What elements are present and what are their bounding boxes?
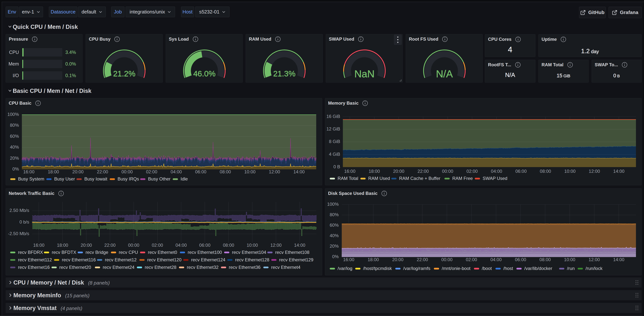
svg-text:08:00: 08:00 (539, 257, 550, 262)
svg-text:/var/log/ramfs: /var/log/ramfs (403, 266, 430, 271)
svg-text:08:00: 08:00 (540, 169, 551, 174)
svg-text:60%: 60% (330, 222, 338, 228)
svg-text:N/A: N/A (436, 68, 453, 79)
svg-text:10:00: 10:00 (564, 169, 576, 174)
svg-text:recv Ethernet116: recv Ethernet116 (62, 257, 96, 262)
svg-text:06:00: 06:00 (515, 169, 526, 174)
svg-text:RAM Used: RAM Used (368, 176, 390, 181)
svg-text:RAM Free: RAM Free (452, 176, 473, 181)
svg-text:-2.50 Mb/s: -2.50 Mb/s (8, 231, 29, 236)
svg-text:recv Ethernet104: recv Ethernet104 (232, 250, 266, 254)
svg-text:20:00: 20:00 (72, 169, 84, 174)
svg-text:Idle: Idle (180, 176, 188, 182)
svg-text:02:00: 02:00 (152, 242, 163, 248)
svg-text:16:00: 16:00 (343, 257, 354, 262)
svg-text:14:00: 14:00 (613, 169, 624, 174)
svg-text:08:00: 08:00 (223, 242, 234, 248)
svg-text:12:00: 12:00 (269, 169, 280, 174)
svg-text:06:00: 06:00 (515, 257, 526, 262)
svg-text:16 GiB: 16 GiB (326, 114, 340, 119)
svg-text:recv Ethernet100: recv Ethernet100 (188, 250, 222, 254)
svg-text:40%: 40% (330, 233, 338, 238)
svg-text:0%: 0% (12, 166, 19, 172)
svg-text:2.50 Mb/s: 2.50 Mb/s (9, 208, 29, 213)
svg-text:16:00: 16:00 (344, 169, 355, 174)
svg-text:46.0%: 46.0% (193, 69, 216, 78)
svg-text:/var/log: /var/log (338, 266, 352, 271)
svg-text:recv Ethernet108: recv Ethernet108 (275, 250, 310, 254)
svg-text:22:00: 22:00 (418, 169, 429, 174)
svg-text:recv Ethernet120: recv Ethernet120 (147, 257, 182, 262)
svg-text:RAM Total: RAM Total (338, 176, 358, 181)
svg-text:04:00: 04:00 (170, 169, 182, 174)
svg-text:0 B: 0 B (333, 164, 340, 169)
svg-text:/boot: /boot (482, 266, 492, 271)
svg-text:recv Ethernet20: recv Ethernet20 (59, 264, 91, 270)
svg-text:02:00: 02:00 (466, 257, 477, 262)
svg-text:recv Ethernet16: recv Ethernet16 (18, 264, 50, 270)
svg-text:recv Ethernet124: recv Ethernet124 (191, 257, 225, 262)
svg-text:10:00: 10:00 (246, 242, 258, 248)
svg-text:recv Bridge: recv Bridge (85, 250, 108, 254)
svg-text:22:00: 22:00 (97, 169, 108, 174)
svg-text:recv Ethernet24: recv Ethernet24 (102, 264, 134, 270)
svg-text:recv BFDRX: recv BFDRX (18, 250, 43, 254)
svg-text:SWAP Used: SWAP Used (483, 176, 507, 181)
svg-text:20%: 20% (330, 244, 338, 248)
svg-text:18:00: 18:00 (57, 242, 68, 248)
svg-text:/var/lib/docker: /var/lib/docker (524, 266, 552, 271)
svg-text:12:00: 12:00 (588, 257, 600, 262)
svg-text:recv Ethernet32: recv Ethernet32 (187, 264, 218, 270)
svg-text:16:00: 16:00 (33, 242, 44, 248)
svg-text:/mnt/onie-boot: /mnt/onie-boot (442, 266, 470, 271)
svg-text:20%: 20% (10, 156, 19, 160)
svg-text:recv Ethernet4: recv Ethernet4 (271, 264, 300, 270)
svg-text:12 GiB: 12 GiB (326, 126, 340, 132)
svg-text:12:00: 12:00 (270, 242, 282, 248)
svg-text:recv Ethernet128: recv Ethernet128 (235, 257, 269, 262)
svg-text:00:00: 00:00 (442, 169, 453, 174)
svg-text:04:00: 04:00 (490, 257, 502, 262)
svg-text:/host/tpcmdisk: /host/tpcmdisk (363, 266, 392, 271)
svg-text:/host: /host (503, 266, 513, 271)
svg-text:06:00: 06:00 (199, 242, 210, 248)
svg-text:recv Ethernet0: recv Ethernet0 (148, 250, 177, 254)
svg-text:04:00: 04:00 (491, 169, 502, 174)
svg-text:20:00: 20:00 (80, 242, 92, 248)
svg-text:80%: 80% (10, 122, 19, 128)
svg-text:recv Ethernet112: recv Ethernet112 (18, 257, 52, 262)
svg-text:04:00: 04:00 (176, 242, 187, 248)
svg-text:10:00: 10:00 (244, 169, 255, 174)
svg-text:Busy IRQs: Busy IRQs (118, 176, 139, 182)
svg-text:RAM Cache + Buffer: RAM Cache + Buffer (399, 176, 440, 181)
svg-text:NaN: NaN (354, 68, 374, 79)
svg-text:recv Ethernet129: recv Ethernet129 (279, 257, 314, 262)
svg-text:/run/lock: /run/lock (586, 266, 603, 271)
svg-text:08:00: 08:00 (220, 169, 231, 174)
svg-text:Busy Other: Busy Other (148, 176, 170, 182)
svg-text:8 GiB: 8 GiB (329, 139, 340, 144)
svg-text:22:00: 22:00 (417, 257, 428, 262)
svg-text:14:00: 14:00 (613, 257, 624, 262)
svg-text:14:00: 14:00 (293, 169, 304, 174)
svg-text:40%: 40% (10, 144, 19, 150)
svg-text:0 b/s: 0 b/s (19, 219, 29, 224)
svg-text:00:00: 00:00 (441, 257, 452, 262)
svg-text:12:00: 12:00 (588, 169, 600, 174)
svg-text:80%: 80% (330, 212, 338, 217)
svg-text:00:00: 00:00 (128, 242, 139, 248)
svg-text:recv Ethernet28: recv Ethernet28 (145, 264, 176, 270)
svg-text:18:00: 18:00 (48, 169, 59, 174)
svg-text:18:00: 18:00 (368, 169, 380, 174)
svg-text:100%: 100% (327, 202, 338, 206)
svg-text:02:00: 02:00 (466, 169, 478, 174)
svg-text:10:00: 10:00 (564, 257, 575, 262)
svg-text:20:00: 20:00 (393, 169, 404, 174)
svg-text:18:00: 18:00 (368, 257, 379, 262)
svg-text:21.2%: 21.2% (113, 69, 136, 78)
svg-text:/run: /run (567, 266, 574, 271)
svg-text:recv Ethernet36: recv Ethernet36 (229, 264, 260, 270)
svg-text:14:00: 14:00 (294, 242, 305, 248)
svg-text:60%: 60% (10, 134, 19, 139)
svg-text:22:00: 22:00 (104, 242, 116, 248)
